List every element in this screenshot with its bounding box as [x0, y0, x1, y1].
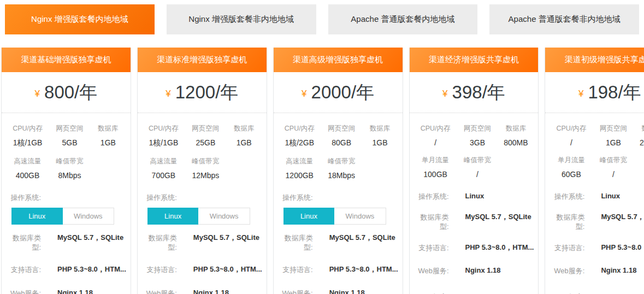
spec-label: 高速流量	[6, 157, 49, 166]
web-label: Web服务:	[550, 266, 584, 275]
plan-price: ¥198/年	[545, 72, 644, 113]
spec-value: 5GB	[49, 138, 90, 147]
os-option-windows[interactable]: Windows	[198, 208, 250, 225]
lang-label: 支持语言:	[278, 265, 313, 274]
os-option-windows[interactable]: Windows	[334, 208, 386, 225]
spec-label: 数据库	[226, 124, 262, 133]
os-value: Linux	[465, 192, 485, 201]
lang-label: 支持语言:	[550, 243, 584, 252]
plan-price: ¥2000/年	[274, 72, 403, 113]
spec-value: 18Mbps	[321, 171, 362, 180]
spec-label: CPU/内存	[6, 124, 49, 133]
plan-card-entry: 渠道初级增强版共享虚机 ¥198/年 CPU/内存/ 网页空间1GB 数据库20…	[545, 48, 644, 294]
plan-title: 渠道基础增强版独享虚机	[2, 48, 131, 72]
web-value: Nginx 1.18	[465, 266, 501, 275]
lang-label: 支持语言:	[6, 265, 41, 274]
spec-label: 单月流量	[550, 156, 593, 165]
lang-value: PHP 5.3~8.0，HTM...	[329, 265, 398, 274]
spec-value: 700GB	[142, 171, 185, 180]
spec-label: 数据库	[498, 124, 534, 133]
spec-value: 1核/1GB	[6, 138, 49, 148]
detail-list: 操作系统:Linux 数据库类型:MySQL 5.7，SQLite 支持语言:P…	[410, 192, 539, 294]
os-option-linux[interactable]: Linux	[11, 208, 63, 225]
lang-value: PHP 5.3~8.0，HTM...	[193, 265, 262, 274]
spec-label: 峰值带宽	[49, 157, 90, 166]
spec-value: 1200GB	[278, 171, 321, 180]
spec-label: 网页空间	[49, 124, 90, 133]
spec-label: 峰值带宽	[593, 156, 634, 165]
currency-symbol: ¥	[35, 89, 40, 99]
spec-label: 峰值带宽	[185, 157, 226, 166]
db-type-label: 数据库类型:	[278, 233, 313, 252]
spec-value: 1核/1GB	[142, 138, 185, 148]
web-value: Nginx 1.18	[601, 266, 636, 275]
spec-label: 数据库	[634, 124, 644, 133]
price-amount: 398	[452, 82, 482, 103]
currency-symbol: ¥	[302, 89, 306, 99]
spec-value: /	[550, 138, 593, 147]
os-value: Linux	[601, 192, 620, 201]
detail-list: 操作系统: Linux Windows 数据库类型:MySQL 5.7，SQLi…	[2, 193, 131, 294]
spec-value: /	[457, 170, 498, 179]
spec-value: 8Mbps	[49, 171, 90, 180]
spec-label: 单月流量	[414, 156, 457, 165]
os-label: 操作系统:	[550, 192, 584, 201]
web-value: Nginx 1.18	[329, 289, 365, 294]
os-option-windows[interactable]: Windows	[63, 208, 115, 225]
spec-label: 网页空间	[593, 124, 634, 133]
spec-value: 12Mbps	[185, 171, 226, 180]
spec-value: 100GB	[414, 170, 457, 179]
os-option-linux[interactable]: Linux	[283, 208, 335, 225]
db-type-label: 数据库类型:	[6, 233, 41, 252]
spec-value: 3GB	[457, 138, 498, 147]
lang-value: PHP 5.3~8.0，HTM...	[57, 265, 126, 274]
price-amount: 1200	[175, 82, 215, 103]
db-type-value: MySQL 5.7，SQLite	[193, 233, 259, 242]
web-value: Nginx 1.18	[57, 289, 93, 294]
spec-label: 网页空间	[185, 124, 226, 133]
lang-value: PHP 5.3~8.0，HTM...	[465, 243, 534, 252]
os-option-linux[interactable]: Linux	[147, 208, 199, 225]
spec-value: 1GB	[90, 138, 126, 147]
price-unit: /年	[351, 80, 374, 105]
spec-value: 1GB	[362, 138, 398, 147]
price-unit: /年	[215, 80, 238, 105]
spec-label: 数据库	[90, 124, 126, 133]
tab-apache-normal-mainland[interactable]: Apache 普通版套餐内地地域	[328, 4, 478, 34]
spec-grid: CPU/内存1核/1GB 网页空间5GB 数据库1GB 高速流量400GB 峰值…	[2, 113, 131, 189]
lang-value: PHP 5.3~8.0，HTM...	[601, 243, 644, 252]
spec-label: CPU/内存	[278, 124, 321, 133]
os-label: 操作系统:	[278, 193, 313, 202]
plan-card-standard: 渠道标准增强版独享虚机 ¥1200/年 CPU/内存1核/1GB 网页空间25G…	[137, 48, 267, 294]
os-toggle: Linux Windows	[147, 208, 250, 225]
spec-value: 1核/2GB	[278, 138, 321, 148]
web-value: Nginx 1.18	[193, 289, 229, 294]
plan-price: ¥1200/年	[138, 72, 267, 113]
spec-value: 800MB	[498, 138, 534, 147]
db-type-value: MySQL 5.7，SQLite	[329, 233, 395, 242]
spec-label: 高速流量	[142, 157, 185, 166]
spec-grid: CPU/内存/ 网页空间1GB 数据库200MB 单月流量60GB 峰值带宽/	[545, 113, 644, 187]
db-type-value: MySQL 5.7，SQLite	[57, 233, 123, 242]
plan-card-economy: 渠道经济增强版共享虚机 ¥398/年 CPU/内存/ 网页空间3GB 数据库80…	[409, 48, 539, 294]
price-amount: 2000	[311, 82, 351, 103]
tab-nginx-enhanced-non-mainland[interactable]: Nginx 增强版套餐非内地地域	[167, 4, 316, 34]
plan-tabs: Nginx 增强版套餐内地地域 Nginx 增强版套餐非内地地域 Apache …	[0, 0, 644, 34]
db-type-label: 数据库类型:	[142, 233, 177, 252]
spec-label: 高速流量	[278, 157, 321, 166]
plan-cards: 渠道基础增强版独享虚机 ¥800/年 CPU/内存1核/1GB 网页空间5GB …	[0, 48, 644, 294]
spec-grid: CPU/内存1核/1GB 网页空间25GB 数据库1GB 高速流量700GB 峰…	[138, 113, 267, 189]
spec-value: /	[593, 170, 634, 179]
tab-apache-normal-non-mainland[interactable]: Apache 普通版套餐非内地地域	[489, 4, 639, 34]
os-label: 操作系统:	[6, 193, 41, 202]
spec-label: 网页空间	[457, 124, 498, 133]
price-amount: 800	[44, 82, 74, 103]
db-type-value: MySQL 5.7，SQLite	[601, 213, 644, 221]
spec-value: 200MB	[634, 138, 644, 147]
plan-title: 渠道经济增强版共享虚机	[410, 48, 539, 72]
plan-title: 渠道高级增强版独享虚机	[274, 48, 403, 72]
plan-price: ¥800/年	[2, 72, 131, 113]
tab-nginx-enhanced-mainland[interactable]: Nginx 增强版套餐内地地域	[5, 4, 155, 34]
db-type-label: 数据库类型:	[414, 213, 449, 231]
plan-price: ¥398/年	[410, 72, 539, 113]
